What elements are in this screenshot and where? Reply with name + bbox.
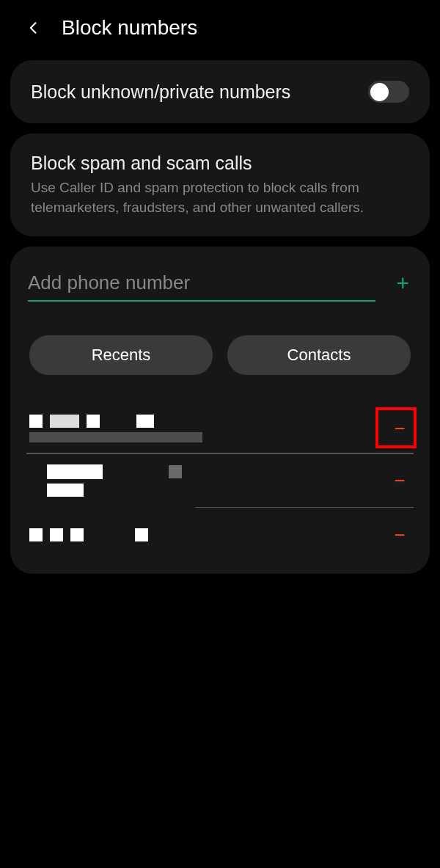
block-spam-title: Block spam and scam calls	[31, 153, 409, 174]
plus-icon[interactable]: +	[396, 271, 409, 299]
block-unknown-label: Block unknown/private numbers	[31, 81, 290, 103]
blocked-numbers-section: + Recents Contacts −	[10, 247, 430, 574]
tab-recents[interactable]: Recents	[29, 335, 213, 375]
block-unknown-toggle[interactable]	[368, 81, 409, 103]
source-tabs: Recents Contacts	[26, 335, 414, 375]
blocked-number-item: −	[26, 404, 414, 453]
page-title: Block numbers	[62, 16, 197, 40]
remove-icon[interactable]: −	[389, 524, 411, 546]
blocked-number-text	[29, 415, 202, 442]
back-icon[interactable]	[26, 21, 41, 35]
remove-icon[interactable]: −	[389, 417, 411, 440]
toggle-knob	[370, 83, 389, 101]
tab-contacts[interactable]: Contacts	[227, 335, 411, 375]
block-spam-description: Use Caller ID and spam protection to blo…	[31, 178, 409, 217]
add-number-row: +	[26, 267, 414, 302]
blocked-number-item: −	[26, 508, 414, 562]
block-unknown-card[interactable]: Block unknown/private numbers	[10, 60, 430, 123]
add-phone-input[interactable]	[28, 267, 375, 302]
remove-icon[interactable]: −	[389, 470, 411, 492]
blocked-number-text	[29, 464, 182, 497]
header: Block numbers	[0, 0, 440, 54]
blocked-number-text	[29, 528, 148, 541]
blocked-number-item: −	[26, 454, 414, 507]
block-spam-card[interactable]: Block spam and scam calls Use Caller ID …	[10, 134, 430, 236]
